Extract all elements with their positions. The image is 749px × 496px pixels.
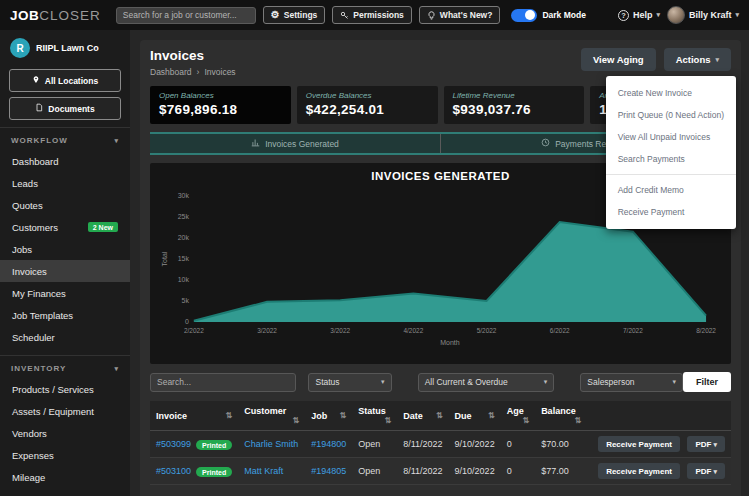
sort-icon[interactable]: ⇅ [436,411,443,420]
sort-icon[interactable]: ⇅ [574,416,581,425]
col-invoice[interactable]: Invoice⇅ [150,401,238,431]
sidebar-item-vendors[interactable]: Vendors [0,422,130,444]
sort-icon[interactable]: ⇅ [522,416,529,425]
sort-icon[interactable]: ⇅ [488,411,495,420]
date-cell: 8/11/2022 [397,458,448,485]
svg-text:20k: 20k [178,234,190,241]
svg-text:6/2022: 6/2022 [550,327,570,334]
menu-item-create-new-invoice[interactable]: Create New Invoice [606,82,736,104]
job-link[interactable]: #194800 [311,439,346,449]
receive-payment-button[interactable]: Receive Payment [598,436,680,452]
view-aging-button[interactable]: View Aging [581,48,656,71]
col-balance[interactable]: Balance⇅ [535,401,587,431]
company-name: RIIPL Lawn Co [36,43,99,53]
col-date[interactable]: Date⇅ [397,401,448,431]
filter-button[interactable]: Filter [683,372,731,392]
job-link[interactable]: #194805 [311,466,346,476]
col-age[interactable]: Age⇅ [501,401,535,431]
col-status[interactable]: Status⇅ [352,401,397,431]
stat-overdue-balances[interactable]: Overdue Balances $422,254.01 [297,86,438,124]
dark-mode-toggle[interactable] [511,9,537,22]
sidebar-item-invoices[interactable]: Invoices [0,260,130,282]
col-job[interactable]: Job⇅ [305,401,352,431]
sort-icon[interactable]: ⇅ [225,411,232,420]
col-customer[interactable]: Customer⇅ [238,401,305,431]
sidebar-item-customers[interactable]: Customers 2 New [0,216,130,238]
documents-button[interactable]: Documents [9,97,121,120]
sidebar-item-scheduler[interactable]: Scheduler [0,326,130,348]
all-locations-button[interactable]: All Locations [9,69,121,92]
svg-text:30k: 30k [178,192,190,199]
receive-payment-button[interactable]: Receive Payment [598,463,680,479]
actions-button[interactable]: Actions ▾ [664,48,731,71]
whats-new-button[interactable]: What's New? [419,6,501,24]
col-due[interactable]: Due⇅ [449,401,501,431]
current-overdue-select[interactable]: All Current & Overdue ▾ [418,373,555,392]
panel-top: Invoices Dashboard › Invoices View Aging… [150,48,731,77]
clock-icon [541,138,550,149]
sidebar-item-expenses[interactable]: Expenses [0,444,130,466]
invoices-table: Invoice⇅ Customer⇅ Job⇅ Status⇅ Date⇅ Du… [150,401,731,485]
sidebar-item-my-finances[interactable]: My Finances [0,282,130,304]
sidebar-item-dashboard[interactable]: Dashboard [0,150,130,172]
sort-icon[interactable]: ⇅ [292,416,299,425]
sidebar: R RIIPL Lawn Co All Locations Documents … [0,30,130,496]
customer-link[interactable]: Matt Kraft [244,466,283,476]
pdf-button[interactable]: PDF▾ [687,436,725,452]
stat-lifetime-revenue[interactable]: Lifetime Revenue $939,037.76 [444,86,585,124]
table-search-input[interactable] [150,373,296,392]
age-cell: 0 [501,458,535,485]
company-avatar: R [10,38,30,58]
sort-icon[interactable]: ⇅ [385,416,392,425]
stat-open-balances[interactable]: Open Balances $769,896.18 [150,86,291,124]
tab-invoices-generated[interactable]: Invoices Generated [150,134,441,153]
global-search-input[interactable] [116,7,256,24]
svg-text:25k: 25k [178,213,190,220]
svg-text:0: 0 [185,318,189,325]
svg-text:7/2022: 7/2022 [623,327,643,334]
breadcrumb-invoices: Invoices [204,67,235,77]
sidebar-item-purchase-orders[interactable]: Purchase Orders [0,488,130,496]
sidebar-item-assets-equipment[interactable]: Assets / Equipment [0,400,130,422]
printed-badge: Printed [196,440,232,450]
help-menu[interactable]: ? Help ▾ [618,10,660,21]
sidebar-item-mileage[interactable]: Mileage [0,466,130,488]
breadcrumb: Dashboard › Invoices [150,67,236,77]
menu-item-add-credit-memo[interactable]: Add Credit Memo [606,179,736,201]
permissions-button[interactable]: Permissions [332,6,412,24]
status-select[interactable]: Status ▾ [308,373,391,392]
section-inventory[interactable]: INVENTORY ▾ [0,355,130,378]
user-menu[interactable]: Billy Kraft ▾ [667,6,739,24]
col-actions [587,401,731,431]
invoice-link[interactable]: #503099 [156,439,191,449]
salesperson-select[interactable]: Salesperson ▾ [580,373,683,392]
sort-icon[interactable]: ⇅ [340,411,347,420]
settings-button[interactable]: ⚙ Settings [263,6,326,24]
sidebar-item-products-services[interactable]: Products / Services [0,378,130,400]
pdf-button[interactable]: PDF▾ [687,463,725,479]
sidebar-item-quotes[interactable]: Quotes [0,194,130,216]
customer-link[interactable]: Charlie Smith [244,439,298,449]
chevron-down-icon: ▾ [713,468,717,475]
svg-text:8/2022: 8/2022 [696,327,716,334]
svg-text:3/2022: 3/2022 [330,327,350,334]
sidebar-item-leads[interactable]: Leads [0,172,130,194]
sidebar-item-job-templates[interactable]: Job Templates [0,304,130,326]
svg-text:4/2022: 4/2022 [404,327,424,334]
chevron-down-icon: ▾ [672,378,676,386]
balance-cell: $70.00 [535,431,587,458]
invoice-link[interactable]: #503100 [156,466,191,476]
help-icon: ? [618,10,629,21]
menu-item-print-queue[interactable]: Print Queue (0 Need Action) [606,104,736,126]
printed-badge: Printed [196,467,232,477]
chevron-down-icon: ▾ [713,441,717,448]
sidebar-item-jobs[interactable]: Jobs [0,238,130,260]
menu-item-view-all-unpaid-invoices[interactable]: View All Unpaid Invoices [606,126,736,148]
section-workflow[interactable]: WORKFLOW ▾ [0,127,130,150]
svg-text:2/2022: 2/2022 [184,327,204,334]
top-header: JOBCLOSER ⚙ Settings Permissions What's … [0,0,749,30]
menu-item-search-payments[interactable]: Search Payments [606,148,736,170]
company-header[interactable]: R RIIPL Lawn Co [0,30,130,64]
menu-item-receive-payment[interactable]: Receive Payment [606,201,736,223]
breadcrumb-dashboard[interactable]: Dashboard [150,67,192,77]
